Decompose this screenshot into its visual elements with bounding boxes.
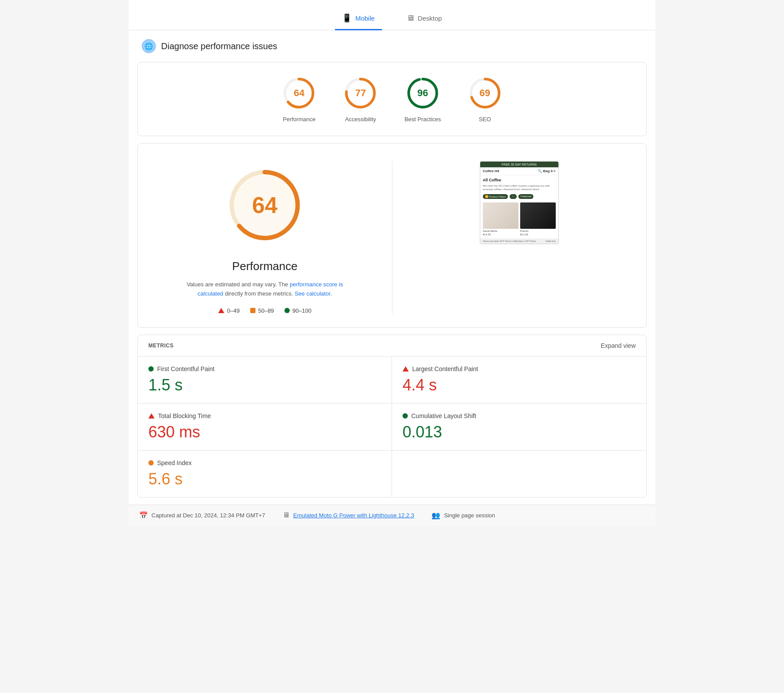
calendar-icon: 📅: [139, 511, 148, 520]
score-value-seo: 69: [479, 87, 490, 99]
metric-lcp-name: Largest Contentful Paint: [412, 365, 478, 372]
score-card-performance[interactable]: 64 Performance: [281, 76, 316, 123]
metric-fcp-header: First Contentful Paint: [148, 365, 381, 372]
metric-tbt-indicator: [148, 413, 155, 419]
tab-desktop-label: Desktop: [418, 14, 442, 22]
metric-si-name: Speed Index: [157, 459, 192, 466]
metric-fcp-name: First Contentful Paint: [157, 365, 215, 372]
metric-fcp: First Contentful Paint 1.5 s: [138, 357, 392, 404]
screenshot-product2-name: Premio: [520, 230, 556, 232]
metric-lcp-value: 4.4 s: [403, 376, 636, 394]
screenshot-product2-price: ¥11.50: [520, 233, 556, 236]
metrics-title: METRICS: [148, 343, 174, 349]
metric-cls-indicator: [403, 413, 408, 419]
screenshot-body-text: We have the UK's best coffee roasters su…: [483, 184, 556, 191]
calculator-link[interactable]: See calculator: [295, 290, 331, 297]
score-label-best-practices: Best Practices: [404, 116, 441, 123]
metric-lcp-indicator: [403, 366, 409, 372]
score-card-best-practices[interactable]: 96 Best Practices: [404, 76, 441, 123]
legend-good-icon: [284, 308, 290, 313]
tab-mobile-label: Mobile: [355, 14, 374, 22]
expand-view-button[interactable]: Expand view: [601, 342, 636, 349]
legend-needs-improvement-icon: [250, 308, 255, 313]
performance-heading: Performance: [232, 260, 298, 273]
screenshot-site-name: Coffee Hit: [483, 169, 500, 173]
legend-good-range: 90–100: [292, 307, 311, 314]
metric-lcp: Largest Contentful Paint 4.4 s: [392, 357, 646, 404]
score-label-performance: Performance: [283, 116, 315, 123]
screenshot-content: All Coffee We have the UK's best coffee …: [480, 175, 558, 238]
legend-good: 90–100: [284, 307, 311, 314]
footer-captured: 📅 Captured at Dec 10, 2024, 12:34 PM GMT…: [139, 511, 265, 520]
screenshot-nav: Coffee Hit 🔍 Bag 0 ≡: [480, 167, 558, 175]
metrics-section: METRICS Expand view First Contentful Pai…: [137, 335, 647, 498]
score-value-accessibility: 77: [355, 87, 366, 99]
desktop-icon: 🖥: [406, 14, 414, 23]
score-card-accessibility[interactable]: 77 Accessibility: [343, 76, 378, 123]
performance-description: Values are estimated and may vary. The p…: [186, 280, 344, 299]
legend: 0–49 50–89 90–100: [218, 307, 311, 314]
screenshot-preview: FREE 30 DAY RETURNS Coffee Hit 🔍 Bag 0 ≡…: [410, 161, 629, 244]
score-ring-best-practices: 96: [405, 76, 440, 111]
score-label-seo: SEO: [479, 116, 491, 123]
screenshot-hide-bar: Hide bar: [546, 240, 556, 242]
score-cards-section: 64 Performance 77 Accessibility: [137, 62, 647, 136]
metric-tbt-header: Total Blocking Time: [148, 412, 381, 419]
screenshot-buttons: 🔽 Product Filters ↑↓ Featured: [483, 194, 556, 199]
device-icon: 🖥: [283, 511, 290, 519]
metrics-header: METRICS Expand view: [138, 335, 646, 357]
vertical-divider: [392, 161, 392, 314]
metric-si-header: Speed Index: [148, 459, 381, 466]
legend-poor-range: 0–49: [227, 307, 240, 314]
screenshot-grid: Santa María ¥14.50 Premio ¥11.50: [483, 202, 556, 236]
score-label-accessibility: Accessibility: [345, 116, 376, 123]
tab-bar: 📱 Mobile 🖥 Desktop: [129, 0, 655, 30]
metric-fcp-value: 1.5 s: [148, 376, 381, 394]
metric-lcp-header: Largest Contentful Paint: [403, 365, 636, 372]
metric-si-value: 5.6 s: [148, 470, 381, 488]
metric-tbt-name: Total Blocking Time: [158, 412, 211, 419]
page-title: Diagnose performance issues: [161, 41, 277, 51]
performance-left: 64 Performance Values are estimated and …: [155, 161, 374, 314]
screenshot-product1-price: ¥14.50: [483, 233, 518, 236]
score-ring-accessibility: 77: [343, 76, 378, 111]
screenshot-product1-name: Santa María: [483, 230, 518, 232]
tab-desktop[interactable]: 🖥 Desktop: [399, 9, 449, 30]
page-header: 🌐 Diagnose performance issues: [129, 30, 655, 62]
screenshot-nav-icons: 🔍 Bag 0 ≡: [538, 169, 556, 173]
screenshot-frame: FREE 30 DAY RETURNS Coffee Hit 🔍 Bag 0 ≡…: [480, 161, 559, 244]
screenshot-btn-sort: ↑↓: [510, 194, 517, 199]
big-score-ring: 64: [221, 161, 309, 249]
legend-poor: 0–49: [218, 307, 240, 314]
footer-device-link[interactable]: Emulated Moto G Power with Lighthouse 12…: [293, 512, 414, 519]
footer-session-label: Single page session: [444, 512, 495, 519]
legend-needs-improvement-range: 50–89: [258, 307, 274, 314]
legend-poor-icon: [218, 308, 224, 313]
screenshot-top-bar: FREE 30 DAY RETURNS: [480, 162, 558, 167]
score-value-best-practices: 96: [417, 87, 428, 99]
score-value-performance: 64: [294, 87, 304, 99]
metric-tbt: Total Blocking Time 630 ms: [138, 404, 392, 451]
score-ring-seo: 69: [468, 76, 503, 111]
metric-fcp-indicator: [148, 366, 154, 372]
metric-si-indicator: [148, 460, 154, 466]
metric-cls-header: Cumulative Layout Shift: [403, 412, 636, 419]
main-content: 64 Performance Values are estimated and …: [137, 143, 647, 328]
mobile-icon: 📱: [342, 13, 352, 23]
screenshot-product-1: Santa María ¥14.50: [483, 202, 518, 236]
screenshot-bottom-text: Store preview (GT-Tom) Collection LCP Fi…: [483, 240, 536, 242]
score-card-seo[interactable]: 69 SEO: [468, 76, 503, 123]
tab-mobile[interactable]: 📱 Mobile: [335, 9, 381, 30]
metric-tbt-value: 630 ms: [148, 423, 381, 441]
metric-cls-value: 0.013: [403, 423, 636, 441]
session-icon: 👥: [432, 511, 440, 520]
footer-session: 👥 Single page session: [432, 511, 495, 520]
screenshot-bottom-bar: Store preview (GT-Tom) Collection LCP Fi…: [480, 238, 558, 244]
metric-cls: Cumulative Layout Shift 0.013: [392, 404, 646, 451]
footer-device: 🖥 Emulated Moto G Power with Lighthouse …: [283, 511, 414, 519]
header-icon: 🌐: [142, 39, 156, 53]
metric-cls-name: Cumulative Layout Shift: [411, 412, 476, 419]
page-footer: 📅 Captured at Dec 10, 2024, 12:34 PM GMT…: [129, 505, 655, 526]
footer-captured-label: Captured at Dec 10, 2024, 12:34 PM GMT+7: [151, 512, 265, 519]
metric-si: Speed Index 5.6 s: [138, 451, 392, 497]
